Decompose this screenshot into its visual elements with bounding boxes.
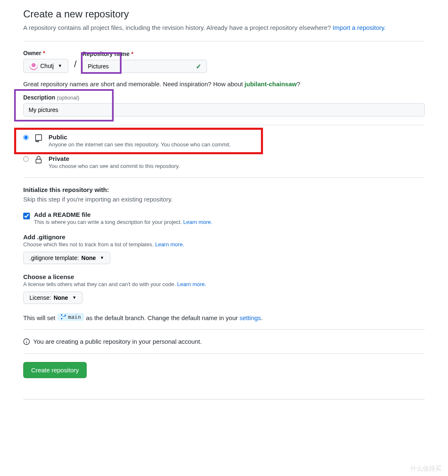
private-radio[interactable]: [23, 156, 29, 162]
readme-checkbox[interactable]: [23, 213, 30, 219]
settings-link[interactable]: settings: [239, 314, 261, 321]
divider: [23, 125, 425, 125]
license-learn-more[interactable]: Learn more.: [177, 281, 206, 287]
branch-badge: main: [57, 313, 84, 321]
init-heading: Initialize this repository with:: [23, 186, 425, 193]
info-icon: [23, 338, 30, 345]
page-title: Create a new repository: [23, 8, 425, 20]
readme-title: Add a README file: [34, 211, 425, 218]
gitignore-dropdown[interactable]: .gitignore template: None ▼: [23, 252, 110, 264]
chevron-down-icon: ▼: [72, 295, 76, 300]
gitignore-desc: Choose which files not to track from a l…: [23, 241, 425, 248]
footer-divider: [23, 399, 425, 400]
check-icon: ✓: [196, 62, 201, 70]
public-radio[interactable]: [23, 135, 29, 140]
divider: [23, 329, 425, 330]
gitignore-learn-more[interactable]: Learn more.: [155, 241, 184, 248]
public-title: Public: [49, 134, 425, 141]
name-suggestion[interactable]: jubilant-chainsaw: [245, 80, 297, 87]
license-title: Choose a license: [23, 273, 425, 280]
import-link[interactable]: Import a repository.: [333, 24, 386, 31]
gitignore-title: Add .gitignore: [23, 233, 425, 240]
slash-separator: /: [74, 59, 77, 70]
name-hint: Great repository names are short and mem…: [23, 80, 425, 87]
repo-icon: [34, 134, 44, 143]
license-dropdown[interactable]: License: None ▼: [23, 291, 83, 304]
divider: [23, 177, 425, 178]
owner-dropdown[interactable]: Chutj ▼: [23, 59, 68, 73]
divider: [23, 353, 425, 354]
readme-learn-more[interactable]: Learn more.: [183, 219, 212, 225]
svg-rect-0: [36, 134, 42, 140]
avatar-icon: [29, 62, 38, 70]
chevron-down-icon: ▼: [58, 63, 62, 68]
svg-rect-1: [36, 159, 41, 163]
lock-icon: [34, 155, 44, 164]
create-repository-button[interactable]: Create repository: [23, 362, 87, 378]
divider: [23, 41, 425, 41]
readme-desc: This is where you can write a long descr…: [34, 219, 425, 225]
private-title: Private: [49, 155, 425, 162]
info-message: You are creating a public repository in …: [23, 338, 425, 345]
branch-info: This will set main as the default branch…: [23, 313, 425, 321]
init-sub: Skip this step if you're importing an ex…: [23, 196, 425, 203]
public-desc: Anyone on the internet can see this repo…: [49, 141, 425, 148]
chevron-down-icon: ▼: [100, 255, 104, 260]
owner-label: Owner *: [23, 50, 68, 56]
page-subtitle: A repository contains all project files,…: [23, 23, 425, 33]
license-desc: A license tells others what they can and…: [23, 281, 425, 287]
private-desc: You choose who can see and commit to thi…: [49, 163, 425, 169]
